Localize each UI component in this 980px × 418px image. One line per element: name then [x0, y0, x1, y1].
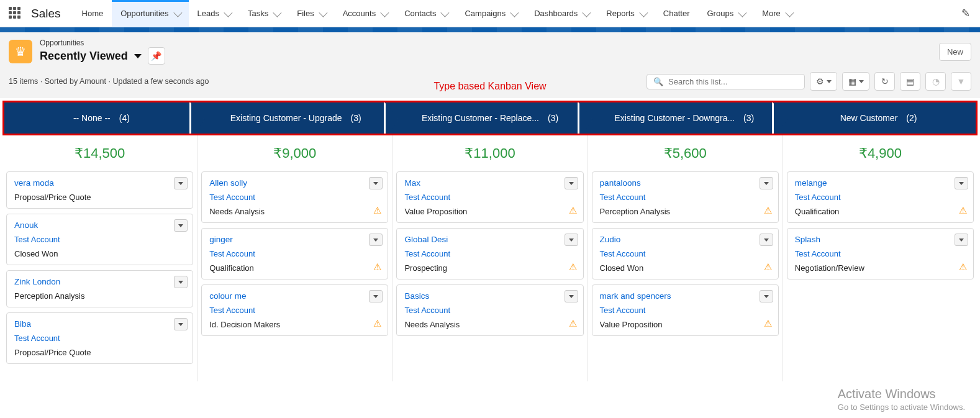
card-menu-button[interactable]	[955, 177, 968, 189]
card-account-link[interactable]: Test Account	[600, 193, 771, 202]
nav-item-label: Home	[82, 9, 104, 18]
card-menu-button[interactable]	[369, 234, 383, 246]
card-menu-button[interactable]	[565, 234, 578, 246]
kanban-card[interactable]: gingerTest AccountQualification⚠	[201, 228, 388, 279]
kanban-stage[interactable]: Existing Customer - Replace...(3)	[393, 102, 588, 134]
new-button[interactable]: New	[939, 43, 971, 61]
card-account-link[interactable]: Test Account	[14, 334, 185, 343]
brand-strip	[0, 27, 980, 32]
nav-item-accounts[interactable]: Accounts	[334, 0, 396, 27]
card-title-link[interactable]: colour me	[209, 291, 380, 301]
card-menu-button[interactable]	[174, 219, 188, 232]
nav-item-chatter[interactable]: Chatter	[655, 0, 699, 27]
nav-item-reports[interactable]: Reports	[597, 0, 655, 27]
card-title-link[interactable]: Biba	[14, 319, 185, 329]
nav-item-label: Opportunities	[120, 9, 168, 18]
kanban-card[interactable]: mark and spencersTest AccountValue Propo…	[592, 284, 779, 336]
kanban-card[interactable]: ZudioTest AccountClosed Won⚠	[592, 228, 779, 279]
card-menu-button[interactable]	[369, 290, 383, 302]
chevron-down-icon	[510, 8, 519, 17]
card-title-link[interactable]: melange	[795, 178, 966, 188]
inline-edit-button[interactable]: ▤	[900, 72, 920, 91]
card-account-link[interactable]: Test Account	[209, 193, 380, 202]
card-title-link[interactable]: Allen solly	[209, 178, 380, 188]
nav-item-leads[interactable]: Leads	[189, 0, 239, 27]
card-account-link[interactable]: Test Account	[600, 249, 771, 258]
kanban-stage[interactable]: Existing Customer - Upgrade(3)	[199, 102, 393, 134]
kanban-card[interactable]: BasicsTest AccountNeeds Analysis⚠	[396, 284, 583, 336]
card-menu-button[interactable]	[760, 290, 773, 302]
card-menu-button[interactable]	[760, 177, 773, 189]
list-view-name[interactable]: Recently Viewed	[40, 50, 128, 63]
kanban-stage[interactable]: New Customer(2)	[781, 102, 976, 134]
nav-item-tasks[interactable]: Tasks	[239, 0, 288, 27]
kanban-card[interactable]: colour meTest AccountId. Decision Makers…	[201, 284, 388, 336]
card-account-link[interactable]: Test Account	[14, 235, 185, 244]
nav-item-more[interactable]: More	[753, 0, 801, 27]
kanban-card[interactable]: Global DesiTest AccountProspecting⚠	[396, 228, 583, 279]
display-as-button[interactable]: ▦	[842, 72, 869, 91]
card-title-link[interactable]: Global Desi	[404, 235, 575, 244]
card-title-link[interactable]: Splash	[795, 235, 966, 244]
warning-icon: ⚠	[959, 205, 967, 216]
nav-item-dashboards[interactable]: Dashboards	[525, 0, 597, 27]
kanban-stage[interactable]: -- None --(4)	[4, 102, 199, 134]
kanban-card[interactable]: melangeTest AccountQualification⚠	[787, 171, 974, 223]
edit-nav-icon[interactable]: ✎	[956, 7, 975, 20]
card-menu-button[interactable]	[565, 177, 578, 189]
pin-list-button[interactable]: 📌	[148, 47, 165, 65]
card-account-link[interactable]: Test Account	[795, 249, 966, 258]
chart-button[interactable]: ◔	[925, 72, 946, 91]
card-title-link[interactable]: Basics	[404, 291, 575, 301]
card-account-link[interactable]: Test Account	[404, 193, 575, 202]
search-input[interactable]	[668, 77, 798, 86]
card-account-link[interactable]: Test Account	[404, 306, 575, 315]
card-stage-text: Perception Analysis	[600, 207, 771, 216]
card-menu-button[interactable]	[760, 234, 773, 246]
kanban-card[interactable]: MaxTest AccountValue Proposition⚠	[396, 171, 583, 223]
kanban-stage-header: -- None --(4)Existing Customer - Upgrade…	[2, 101, 978, 135]
card-title-link[interactable]: Max	[404, 178, 575, 188]
filter-button[interactable]: ▼	[951, 72, 971, 91]
kanban-card[interactable]: AnoukTest AccountClosed Won	[6, 214, 193, 265]
card-menu-button[interactable]	[369, 177, 383, 189]
card-account-link[interactable]: Test Account	[209, 306, 380, 315]
list-search[interactable]: 🔍	[647, 74, 805, 89]
card-account-link[interactable]: Test Account	[795, 193, 966, 202]
kanban-card[interactable]: Zink LondonPerception Analysis	[6, 270, 193, 307]
card-title-link[interactable]: Zudio	[600, 235, 771, 244]
card-account-link[interactable]: Test Account	[209, 249, 380, 258]
nav-item-contacts[interactable]: Contacts	[396, 0, 456, 27]
nav-item-campaigns[interactable]: Campaigns	[456, 0, 525, 27]
nav-item-home[interactable]: Home	[73, 0, 112, 27]
kanban-card[interactable]: BibaTest AccountProposal/Price Quote	[6, 312, 193, 364]
card-title-link[interactable]: ginger	[209, 235, 380, 244]
card-menu-button[interactable]	[174, 177, 188, 189]
list-view-switcher-icon[interactable]	[134, 54, 142, 58]
kanban-stage[interactable]: Existing Customer - Downgra...(3)	[587, 102, 781, 134]
chevron-down-icon	[738, 8, 746, 17]
refresh-button[interactable]: ↻	[874, 72, 895, 91]
card-menu-button[interactable]	[174, 318, 188, 330]
kanban-card[interactable]: SplashTest AccountNegotiation/Review⚠	[787, 228, 974, 279]
card-title-link[interactable]: pantaloons	[600, 178, 771, 188]
card-menu-button[interactable]	[955, 234, 968, 246]
card-title-link[interactable]: Anouk	[14, 220, 185, 230]
kanban-card[interactable]: vera modaProposal/Price Quote	[6, 171, 193, 209]
card-account-link[interactable]: Test Account	[404, 249, 575, 258]
top-nav: Sales HomeOpportunitiesLeadsTasksFilesAc…	[0, 0, 980, 27]
kanban-card[interactable]: pantaloonsTest AccountPerception Analysi…	[592, 171, 779, 223]
app-launcher-icon[interactable]	[9, 7, 22, 20]
card-title-link[interactable]: vera moda	[14, 178, 185, 188]
card-title-link[interactable]: Zink London	[14, 277, 185, 286]
card-account-link[interactable]: Test Account	[600, 306, 771, 315]
nav-item-opportunities[interactable]: Opportunities	[112, 0, 188, 27]
nav-item-groups[interactable]: Groups	[699, 0, 754, 27]
card-menu-button[interactable]	[174, 276, 188, 288]
card-title-link[interactable]: mark and spencers	[600, 291, 771, 301]
list-view-controls-button[interactable]: ⚙	[810, 72, 837, 91]
card-menu-button[interactable]	[565, 290, 578, 302]
nav-item-files[interactable]: Files	[288, 0, 333, 27]
kanban-card[interactable]: Allen sollyTest AccountNeeds Analysis⚠	[201, 171, 388, 223]
warning-icon: ⚠	[373, 318, 381, 329]
